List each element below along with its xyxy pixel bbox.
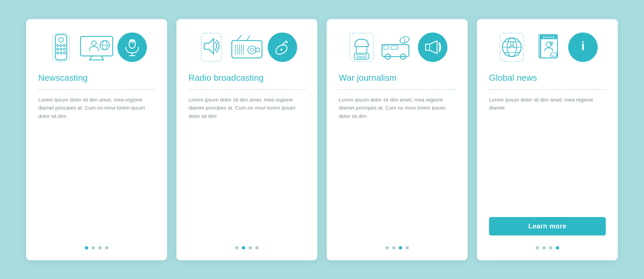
svg-line-28 xyxy=(237,35,242,41)
tv-news-icon xyxy=(82,32,111,62)
globe-icon xyxy=(497,32,527,62)
card-title-newscasting: Newscasting xyxy=(38,73,155,83)
speaker-icon xyxy=(197,32,226,62)
svg-point-1 xyxy=(59,38,63,42)
svg-rect-12 xyxy=(80,37,113,56)
svg-rect-52 xyxy=(391,46,398,49)
card-text-war: Lorem ipsum dolor sit dim amet, mea regi… xyxy=(339,96,455,237)
svg-point-7 xyxy=(63,48,65,50)
svg-line-41 xyxy=(286,42,287,44)
cards-container: NEWS Newscasting Lorem ipsum dolor sit d… xyxy=(13,6,631,274)
dot-3[interactable] xyxy=(98,246,102,250)
learn-more-button[interactable]: Learn more xyxy=(489,217,606,235)
svg-point-9 xyxy=(60,52,62,54)
card-dots-radio xyxy=(235,246,259,250)
card-global-news: MAGAZINE Top 10 i xyxy=(477,19,618,260)
dot-4[interactable] xyxy=(406,246,409,250)
card-icons-global: MAGAZINE Top 10 i xyxy=(489,32,606,62)
card-war-journalism: PRESS xyxy=(327,19,468,260)
dot-1[interactable] xyxy=(536,246,539,250)
svg-text:Top 10: Top 10 xyxy=(551,54,557,56)
card-divider-war xyxy=(339,89,455,90)
svg-point-8 xyxy=(57,52,59,54)
dot-4[interactable] xyxy=(255,246,259,250)
svg-point-71 xyxy=(551,43,552,44)
magazine-icon: MAGAZINE Top 10 xyxy=(533,32,562,62)
svg-text:NEWS: NEWS xyxy=(130,41,135,43)
svg-line-40 xyxy=(286,41,287,42)
card-text-global: Lorem ipsum dolor sit dim amet, mea regi… xyxy=(489,96,606,211)
radio-icon xyxy=(232,32,262,62)
svg-point-5 xyxy=(57,48,59,50)
dot-4[interactable] xyxy=(556,246,559,250)
svg-rect-0 xyxy=(55,34,67,60)
svg-line-29 xyxy=(247,35,250,41)
card-radio-broadcasting: Radio broadcasting Lorem ipsum dolor sit… xyxy=(176,19,317,260)
svg-text:MAGAZINE: MAGAZINE xyxy=(542,36,555,39)
dot-2[interactable] xyxy=(92,246,95,250)
card-icons-newscasting: NEWS xyxy=(38,32,155,62)
svg-point-6 xyxy=(60,48,62,50)
dot-1[interactable] xyxy=(85,246,88,250)
svg-point-35 xyxy=(248,46,256,54)
card-icons-war: PRESS xyxy=(339,32,455,62)
dot-2[interactable] xyxy=(242,246,245,250)
dot-2[interactable] xyxy=(392,246,395,250)
svg-point-3 xyxy=(60,45,62,47)
dot-2[interactable] xyxy=(542,246,546,250)
svg-point-4 xyxy=(63,45,65,47)
svg-point-36 xyxy=(250,48,254,52)
svg-point-16 xyxy=(92,41,96,46)
dot-3[interactable] xyxy=(399,246,402,250)
svg-point-42 xyxy=(280,49,282,51)
svg-rect-27 xyxy=(232,41,262,58)
card-title-global: Global news xyxy=(489,73,606,83)
news-van-icon xyxy=(382,32,412,62)
megaphone-circle-icon xyxy=(418,32,447,62)
card-dots-newscasting xyxy=(85,246,108,250)
svg-line-14 xyxy=(102,56,103,60)
info-circle-icon: i xyxy=(568,32,598,62)
svg-text:i: i xyxy=(581,39,585,53)
dot-3[interactable] xyxy=(549,246,552,250)
svg-marker-55 xyxy=(426,41,437,54)
satellite-circle-icon xyxy=(268,32,297,62)
dot-1[interactable] xyxy=(385,246,389,250)
card-divider-radio xyxy=(189,89,305,90)
card-text-newscasting: Lorem ipsum dolor sit dim amet, mea regi… xyxy=(38,96,155,237)
svg-rect-51 xyxy=(384,46,389,49)
card-text-radio: Lorem ipsum dolor sit dim amet, mea regi… xyxy=(189,96,305,237)
svg-marker-26 xyxy=(204,39,214,54)
card-icons-radio xyxy=(189,32,305,62)
card-divider-global xyxy=(489,89,606,90)
card-newscasting: NEWS Newscasting Lorem ipsum dolor sit d… xyxy=(26,19,167,260)
journalist-icon: PRESS xyxy=(347,32,376,62)
microphone-circle-icon: NEWS xyxy=(117,32,147,62)
card-title-radio: Radio broadcasting xyxy=(189,73,305,83)
card-title-war: War journalism xyxy=(339,73,455,83)
dot-4[interactable] xyxy=(105,246,108,250)
svg-text:PRESS: PRESS xyxy=(358,56,365,58)
svg-point-2 xyxy=(57,45,59,47)
dot-3[interactable] xyxy=(249,246,252,250)
card-dots-global xyxy=(536,246,559,250)
dot-1[interactable] xyxy=(235,246,238,250)
remote-control-icon xyxy=(46,32,76,62)
svg-rect-44 xyxy=(356,47,367,53)
svg-point-10 xyxy=(63,52,65,54)
svg-line-13 xyxy=(90,56,92,60)
card-divider-newscasting xyxy=(38,89,155,90)
card-dots-war xyxy=(385,246,409,250)
